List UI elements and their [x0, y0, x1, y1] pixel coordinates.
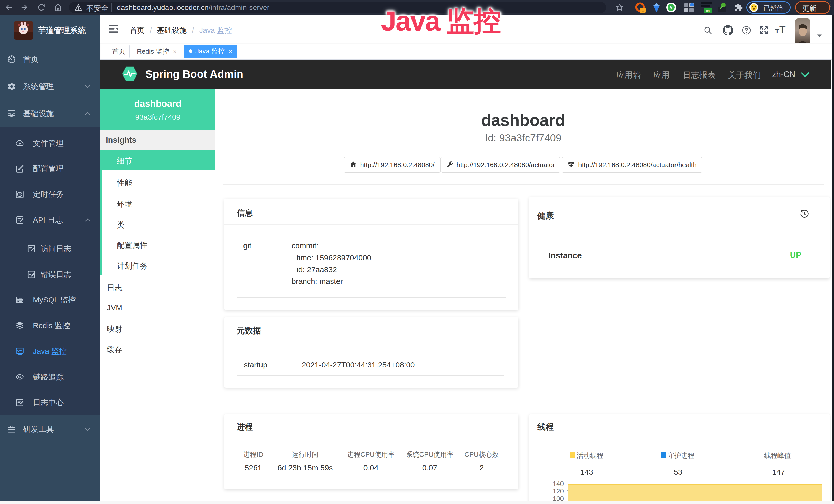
svg-text:1: 1	[642, 8, 644, 13]
svg-text:on: on	[706, 9, 710, 13]
svg-text:V: V	[670, 5, 673, 10]
